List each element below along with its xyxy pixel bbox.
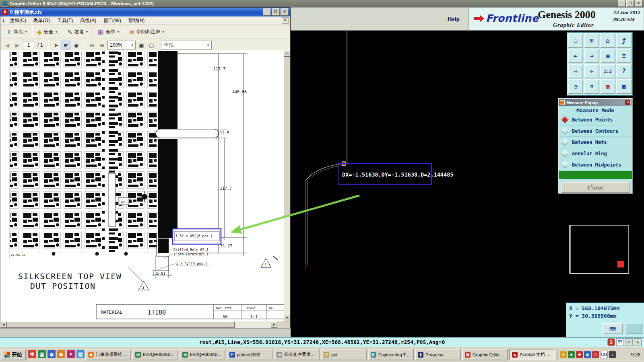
task-pcbnet2002[interactable]: P pcbnet2002	[227, 349, 272, 360]
scroll-right-icon[interactable]: ▶	[271, 321, 277, 328]
quick-launch-icon-3[interactable]: ◉	[47, 350, 56, 358]
tool-dock-left-button[interactable]: ⇤	[568, 49, 583, 63]
marquee-zoom-button[interactable]: ◉	[72, 41, 80, 49]
tool-screens-button[interactable]: ⊞	[584, 33, 599, 48]
measure-popup-close-button[interactable]: Close	[561, 182, 630, 193]
tool-layers-button[interactable]: ≡	[616, 49, 632, 63]
start-button[interactable]: 开始	[1, 349, 26, 360]
task-progress[interactable]: ▮ Progress	[415, 349, 461, 360]
ime-sogou-icon[interactable]: S	[607, 338, 615, 346]
radio-icon	[561, 150, 568, 157]
pdf-page-content[interactable]: 117.7 440.66 12.5 117.7 31.27 OUT 29-May…	[0, 50, 284, 321]
minimize-button[interactable]: _	[618, 0, 625, 7]
fit-width-button[interactable]: ▣	[137, 41, 146, 49]
horizontal-scrollbar[interactable]: ◀ ▶	[0, 321, 284, 328]
vertical-scrollbar[interactable]: ▲ ▼	[284, 50, 290, 321]
measure-mode-between-points[interactable]: Between Points	[559, 114, 632, 125]
quick-launch-icon-1[interactable]: ✽	[28, 350, 36, 358]
hand-tool-button[interactable]: ☛	[62, 41, 70, 49]
review-comment-button[interactable]: ✉ 审阅和注释 ▾	[126, 27, 167, 37]
quick-launch-icon-2[interactable]: ▣	[38, 350, 46, 358]
scrollbar-thumb[interactable]	[284, 57, 290, 216]
tool-pan-button[interactable]: ✛	[584, 64, 599, 78]
scroll-up-icon[interactable]: ▲	[284, 50, 290, 57]
pdf-restore-button[interactable]: ❐	[272, 8, 280, 16]
tool-home-button[interactable]: ⌂	[600, 33, 615, 48]
menu-item-advanced[interactable]: 高级(A)	[76, 17, 100, 24]
pdf-close-button[interactable]: ✕	[281, 8, 289, 16]
forms-button[interactable]: ▦ 表单 ▾	[95, 27, 122, 37]
menu-item-forms[interactable]: 表单(O)	[30, 17, 54, 24]
scrollbar-thumb[interactable]	[7, 321, 235, 328]
task-engineering-toolkit[interactable]: ◧ Engineering Tool...	[368, 349, 414, 360]
quick-launch-icon-6[interactable]: ▦	[76, 350, 85, 358]
tool-overlay-button[interactable]: ▣	[600, 49, 615, 63]
tool-grid-red-button[interactable]: ▦	[600, 79, 615, 94]
pdf-titlebar[interactable]: A 0-预审指示.xls _ ❐ ✕	[0, 8, 290, 16]
task-acrobat-document[interactable]: ▲ Acrobat 文档 位...	[509, 349, 555, 360]
export-button[interactable]: ⇪ 导出 ▾	[4, 27, 30, 37]
tray-icon-6[interactable]: CH	[600, 351, 608, 358]
task-get[interactable]: ▥ get	[321, 349, 367, 360]
measure-mode-between-contours[interactable]: Between Contours	[559, 125, 632, 137]
task-customer-requirements[interactable]: ▤ 部分客户要求...	[274, 349, 320, 360]
overview-thumbnail[interactable]	[570, 225, 629, 274]
task-order-system[interactable]: ◆ 订单管理系统 -...	[85, 349, 131, 360]
quick-launch-icon-4[interactable]: ◆	[57, 350, 65, 358]
prev-page-button[interactable]: ◀	[3, 41, 12, 49]
tool-clock-button[interactable]: ◔	[568, 79, 583, 94]
measure-popup-titlebar[interactable]: Measure Popup ✕	[559, 99, 632, 106]
zoom-in-button[interactable]: ⊕	[97, 41, 106, 49]
measure-mode-annular-ring[interactable]: Annular Ring	[559, 148, 632, 159]
quick-launch-icon-5[interactable]: ✦	[67, 350, 75, 358]
menu-item-comment[interactable]: 注释(C)	[6, 17, 30, 24]
tool-probe-button[interactable]: ¤	[584, 79, 599, 94]
zoom-level-select[interactable]: 200% ▾	[107, 41, 136, 49]
chamfer-callout-selected[interactable]: 1.52 x 45°(6 pos.)	[173, 229, 221, 244]
task-8v2qh008a0-make[interactable]: ▤ 8V2QH008A0制...	[132, 349, 178, 360]
sign-button[interactable]: ✎ 签名 ▾	[64, 27, 91, 37]
close-icon[interactable]: ✕	[625, 100, 631, 105]
toolbar-close-icon[interactable]: ✕	[282, 17, 289, 24]
tool-grid-blue-button[interactable]: ▩	[616, 79, 632, 94]
menu-item-tools[interactable]: 工具(T)	[54, 17, 76, 24]
system-titlebar[interactable]: Graphic Editor 9.02c2 (00@HY-P3CAM-PC23 …	[0, 0, 644, 7]
fit-page-button[interactable]: ▢	[147, 41, 156, 49]
tool-scale-button[interactable]: 1:2	[600, 64, 615, 78]
find-input[interactable]: 查找 ▾	[161, 41, 212, 49]
secure-button[interactable]: ◆ 安全 ▾	[34, 27, 60, 37]
units-extra-button[interactable]	[625, 323, 642, 334]
maximize-button[interactable]: ❐	[626, 0, 634, 7]
pen-settings-icon[interactable]: ✎	[634, 338, 642, 346]
close-button[interactable]: ✕	[635, 0, 642, 7]
measure-mode-between-midpoints[interactable]: Between Midpoints	[559, 159, 632, 171]
tray-icon-5[interactable]: Ⓐ	[592, 351, 599, 358]
measure-mode-between-nets[interactable]: Between Nets	[559, 137, 632, 148]
next-page-button[interactable]: ▶	[13, 41, 22, 49]
scroll-left-icon[interactable]: ◀	[0, 321, 7, 328]
tray-icon-2[interactable]: ♣	[568, 351, 575, 358]
task-8v2qh008a0-review[interactable]: ▤ 8V2QH008A0-预...	[180, 349, 225, 360]
tool-expand-button[interactable]: ⇔	[568, 64, 583, 78]
tool-function-button[interactable]: ƒ	[616, 33, 632, 48]
tray-icon-3[interactable]: ✚	[576, 351, 583, 358]
help-button[interactable]: Help	[447, 16, 460, 23]
tool-help-button[interactable]: ?	[616, 64, 632, 78]
scroll-down-icon[interactable]: ▼	[284, 315, 290, 321]
menu-item-help[interactable]: 帮助(H)	[125, 17, 149, 24]
pdf-minimize-button[interactable]: _	[263, 8, 271, 16]
tray-icon-1[interactable]: ✦	[560, 351, 567, 358]
toolbar-separator	[84, 40, 84, 50]
page-number-input[interactable]: 1	[23, 41, 34, 49]
ime-lang-icon[interactable]: 中	[616, 338, 624, 346]
keyboard-icon[interactable]: ⌨	[625, 338, 633, 346]
zoom-out-button[interactable]: ⊖	[87, 41, 96, 49]
tool-copy-window-button[interactable]: ❏	[568, 33, 583, 48]
units-toggle-button[interactable]: MM	[602, 323, 623, 334]
select-tool-button[interactable]: ➤	[52, 41, 60, 49]
tray-icon-7[interactable]: ♪	[609, 351, 616, 358]
tray-icon-4[interactable]: ◉	[584, 351, 591, 358]
task-graphic-editor[interactable]: ▣ Graphic Editor 9...	[462, 349, 508, 360]
menu-item-window[interactable]: 窗口(W)	[100, 17, 124, 24]
tool-dock-right-button[interactable]: ⇥	[584, 49, 599, 63]
